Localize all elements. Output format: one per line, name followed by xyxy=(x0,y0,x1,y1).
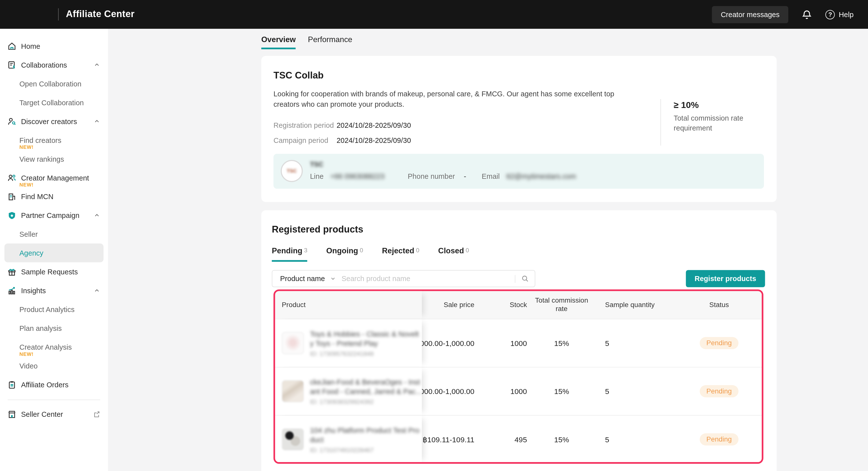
tab-count: 3 xyxy=(304,247,307,254)
sidebar-item-open-collaboration[interactable]: Open Collaboration xyxy=(0,74,108,93)
sidebar-item-label: Target Collaboration xyxy=(19,98,84,107)
status-badge: Pending xyxy=(700,433,739,445)
status-badge: Pending xyxy=(700,385,739,397)
sidebar-item-partner-campaign[interactable]: Partner Campaign xyxy=(0,206,108,225)
tab-pending[interactable]: Pending 3 xyxy=(272,246,307,262)
help-button[interactable]: ? Help xyxy=(826,10,854,19)
chevron-up-icon xyxy=(94,212,100,219)
topbar-divider xyxy=(58,8,59,21)
sidebar-item-creator-analysis[interactable]: Creator Analysis NEW! xyxy=(0,338,108,356)
sidebar-item-view-rankings[interactable]: View rankings xyxy=(0,149,108,168)
product-id: ID: 1731074910228467 xyxy=(310,446,420,453)
column-total-commission-rate: Total commission rate xyxy=(527,291,596,319)
status-badge: Pending xyxy=(700,337,739,349)
stock-cell: 1000 xyxy=(474,368,527,415)
topbar-actions: Creator messages ? Help xyxy=(712,6,868,23)
creator-management-icon xyxy=(7,173,17,182)
sidebar-item-video[interactable]: Video xyxy=(0,356,108,375)
chevron-up-icon xyxy=(94,61,100,68)
creator-messages-button[interactable]: Creator messages xyxy=(712,6,788,23)
search-input[interactable] xyxy=(342,274,515,283)
register-products-button[interactable]: Register products xyxy=(686,270,765,287)
tab-performance[interactable]: Performance xyxy=(308,35,352,49)
product-image xyxy=(282,429,304,450)
sidebar-item-label: View rankings xyxy=(19,155,64,163)
campaign-title: TSC Collab xyxy=(274,70,777,82)
table-row[interactable]: ckeJian-Food & BeveraOges - Inst ant Foo… xyxy=(275,367,762,415)
chevron-up-icon xyxy=(94,287,100,294)
sidebar-item-find-mcn[interactable]: Find MCN xyxy=(0,187,108,206)
registered-products-title: Registered products xyxy=(272,224,777,235)
seller-center-icon xyxy=(7,409,17,419)
sidebar-item-label: Find MCN xyxy=(21,192,54,201)
sidebar-item-label: Find creators xyxy=(19,136,61,145)
line-label: Line xyxy=(310,172,323,181)
sidebar-item-seller[interactable]: Seller xyxy=(0,225,108,244)
sample-quantity-cell: 5 xyxy=(596,368,677,415)
partner-campaign-icon xyxy=(7,211,17,220)
sidebar-item-home[interactable]: Home xyxy=(0,36,108,55)
status-cell: Pending xyxy=(677,368,762,415)
sidebar-item-affiliate-orders[interactable]: Affiliate Orders xyxy=(0,375,108,394)
sidebar-item-plan-analysis[interactable]: Plan analysis xyxy=(0,319,108,338)
campaign-period-value: 2024/10/28-2025/09/30 xyxy=(337,136,411,145)
new-badge: NEW! xyxy=(19,145,33,150)
sidebar-item-label: Seller xyxy=(19,230,38,239)
sidebar-item-label: Plan analysis xyxy=(19,324,62,332)
sample-quantity-cell: 5 xyxy=(596,415,677,463)
search-type-dropdown[interactable]: Product name xyxy=(280,274,325,283)
notification-bell-icon[interactable] xyxy=(802,9,812,20)
tab-count: 0 xyxy=(466,247,469,254)
new-badge: NEW! xyxy=(19,182,33,187)
column-status: Status xyxy=(677,291,762,319)
sidebar-item-collaborations[interactable]: Collaborations xyxy=(0,55,108,74)
phone-value: - xyxy=(464,172,466,181)
sidebar-item-label: Affiliate Orders xyxy=(21,380,69,389)
help-label: Help xyxy=(839,10,854,19)
email-value: tt2@mytimestars.com xyxy=(506,172,576,181)
table-row[interactable]: Toys & Hobbies - Classic & Novelt y Toys… xyxy=(275,319,762,367)
sale-price-cell: 000.00-1,000.00 xyxy=(422,319,474,367)
stock-cell: 495 xyxy=(474,415,527,463)
sidebar-item-seller-center[interactable]: Seller Center xyxy=(0,405,108,423)
commission-cell: 15% xyxy=(527,368,596,415)
sidebar-item-label: Discover creators xyxy=(21,117,77,126)
chevron-down-icon[interactable] xyxy=(330,276,336,282)
table-row[interactable]: 104 zhu Platform Product Test Pro duct I… xyxy=(275,415,762,463)
column-sample-quantity: Sample quantity xyxy=(596,291,677,319)
sidebar-item-insights[interactable]: Insights xyxy=(0,281,108,300)
tab-count: 0 xyxy=(416,247,420,254)
filter-row: Product name Register products xyxy=(272,270,765,287)
sidebar-item-label: Video xyxy=(19,362,38,370)
product-image xyxy=(282,332,304,354)
sidebar-item-product-analytics[interactable]: Product Analytics xyxy=(0,300,108,319)
avatar-text: TSC xyxy=(287,168,297,174)
tab-overview[interactable]: Overview xyxy=(261,35,296,49)
product-cell: ckeJian-Food & BeveraOges - Inst ant Foo… xyxy=(275,368,422,415)
sidebar-item-find-creators[interactable]: Find creators NEW! xyxy=(0,130,108,149)
product-title: Toys & Hobbies - Classic & Novelt y Toys… xyxy=(310,329,418,348)
sidebar-item-sample-requests[interactable]: Sample Requests xyxy=(0,262,108,281)
sidebar-item-label: Product Analytics xyxy=(19,305,74,314)
status-tabs: Pending 3 Ongoing 0 Rejected 0 Closed 0 xyxy=(272,246,777,262)
external-link-icon xyxy=(93,410,100,417)
insights-icon xyxy=(7,286,17,295)
tab-ongoing[interactable]: Ongoing 0 xyxy=(326,246,363,262)
sidebar-item-creator-management[interactable]: Creator Management NEW! xyxy=(0,168,108,187)
tab-rejected[interactable]: Rejected 0 xyxy=(382,246,420,262)
tab-closed[interactable]: Closed 0 xyxy=(438,246,469,262)
search-icon[interactable] xyxy=(521,274,529,283)
email-label: Email xyxy=(482,172,500,181)
sidebar-item-target-collaboration[interactable]: Target Collaboration xyxy=(0,93,108,112)
column-sale-price: Sale price xyxy=(422,291,474,319)
home-icon xyxy=(7,41,17,51)
phone-label: Phone number xyxy=(408,172,455,181)
sidebar-item-agency[interactable]: Agency xyxy=(4,244,103,262)
search-divider xyxy=(515,275,515,283)
top-bar: Affiliate Center Creator messages ? Help xyxy=(0,0,868,29)
sidebar-item-label: Insights xyxy=(21,286,46,295)
sidebar-item-label: Creator Management xyxy=(21,174,89,182)
sidebar-item-discover-creators[interactable]: Discover creators xyxy=(0,112,108,130)
table-header: Product Sale price Stock Total commissio… xyxy=(275,291,762,319)
product-cell: Toys & Hobbies - Classic & Novelt y Toys… xyxy=(275,319,422,367)
